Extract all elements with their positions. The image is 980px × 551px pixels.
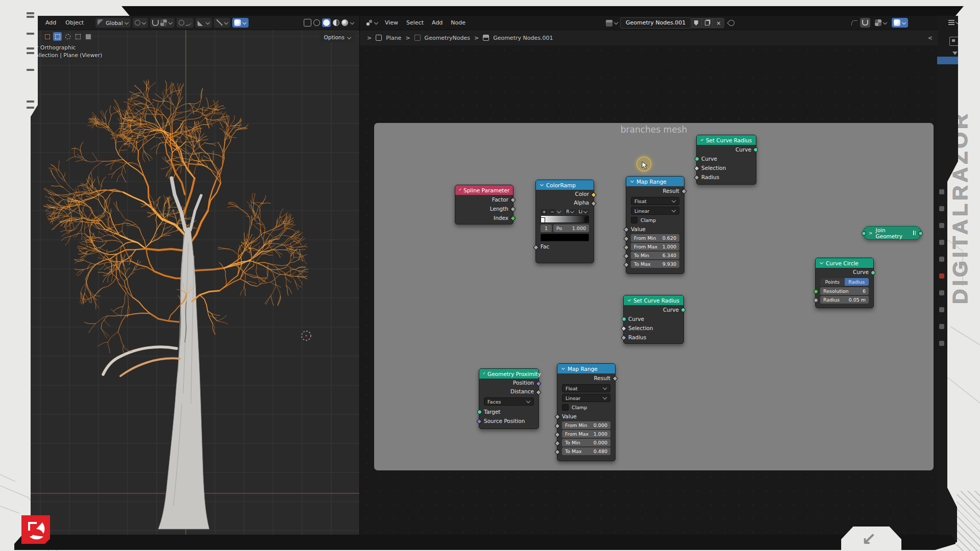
interpolation-dropdown[interactable]: Li bbox=[577, 209, 589, 214]
socket-curve-in[interactable] bbox=[622, 317, 626, 321]
snap-target-dropdown[interactable] bbox=[133, 18, 148, 28]
clamp-checkbox[interactable]: Clamp bbox=[631, 216, 679, 223]
visibility-dropdown[interactable] bbox=[195, 18, 212, 28]
properties-tab-icon[interactable] bbox=[939, 307, 944, 312]
properties-tab-icon[interactable] bbox=[939, 341, 944, 346]
from-max-field[interactable]: From Max1.000 bbox=[562, 430, 610, 438]
node-curve-circle[interactable]: Curve Circle Curve Points Radius Resolut… bbox=[815, 258, 874, 308]
geometry-node-editor[interactable]: branches mesh bbox=[359, 16, 938, 542]
properties-tab-icon[interactable] bbox=[939, 206, 944, 211]
node-map-range[interactable]: Map Range Result Float Linear Clamp Valu… bbox=[626, 176, 684, 274]
pin-icon[interactable] bbox=[727, 19, 736, 28]
data-type-dropdown[interactable]: Float bbox=[562, 384, 610, 392]
socket-geometry-out[interactable] bbox=[918, 231, 923, 236]
clamp-checkbox[interactable]: Clamp bbox=[562, 404, 610, 411]
menu-select[interactable]: Select bbox=[403, 19, 427, 26]
node-set-curve-radius[interactable]: Set Curve Radius Curve Curve Selection R… bbox=[623, 295, 684, 344]
breadcrumb-item-tree[interactable]: Geometry Nodes.001 bbox=[493, 35, 553, 41]
new-copy-button[interactable] bbox=[702, 18, 713, 28]
ramp-stop-white[interactable] bbox=[541, 217, 545, 223]
menu-view[interactable]: View bbox=[381, 19, 402, 26]
remove-stop-button[interactable]: − bbox=[549, 209, 556, 214]
snap-toggle-group[interactable] bbox=[150, 18, 175, 28]
properties-tab-material-icon[interactable] bbox=[939, 273, 944, 279]
node-header[interactable]: Map Range bbox=[557, 364, 615, 373]
interpolation-dropdown[interactable]: Linear bbox=[631, 207, 679, 215]
options-button[interactable]: Options bbox=[320, 33, 355, 42]
socket-curve-out[interactable] bbox=[871, 270, 875, 275]
to-min-field[interactable]: To Min6.340 bbox=[631, 252, 679, 259]
undo-arrow-icon[interactable] bbox=[851, 20, 857, 26]
shading-wireframe-icon[interactable] bbox=[313, 19, 320, 26]
properties-tab-icon[interactable] bbox=[939, 257, 944, 262]
overlays-dropdown[interactable] bbox=[232, 18, 249, 28]
select-circle-button[interactable] bbox=[63, 32, 72, 41]
menu-object[interactable]: Object bbox=[62, 19, 87, 26]
stop-color-swatch[interactable] bbox=[541, 234, 589, 241]
ramp-specials-menu[interactable] bbox=[557, 209, 561, 213]
points-mode-button[interactable]: Points bbox=[820, 278, 845, 286]
to-min-field[interactable]: To Min0.000 bbox=[562, 439, 610, 446]
node-header[interactable]: Set Curve Radius bbox=[697, 135, 756, 145]
radius-field[interactable]: Radius0.05 m bbox=[820, 296, 869, 304]
properties-tab-icon[interactable] bbox=[939, 324, 944, 329]
socket-target[interactable] bbox=[477, 410, 482, 414]
socket-curve-out[interactable] bbox=[681, 308, 685, 312]
color-mode-dropdown[interactable]: R bbox=[565, 209, 576, 214]
node-set-curve-radius[interactable]: Set Curve Radius Curve Curve Selection R… bbox=[696, 135, 756, 185]
shading-rendered-icon[interactable] bbox=[341, 19, 348, 26]
tree-browse-dropdown[interactable] bbox=[604, 18, 620, 28]
shading-solid-active[interactable] bbox=[322, 18, 331, 27]
select-box-button[interactable] bbox=[53, 32, 62, 41]
editor-type-dropdown[interactable] bbox=[364, 18, 380, 28]
gizmo-dropdown[interactable] bbox=[214, 18, 230, 28]
snap-magnet-button[interactable] bbox=[860, 18, 870, 28]
overlay-toggle-dropdown[interactable] bbox=[892, 18, 908, 28]
from-max-field[interactable]: From Max1.000 bbox=[631, 243, 679, 251]
node-header[interactable]: Set Curve Radius bbox=[624, 295, 683, 305]
shading-material-icon[interactable] bbox=[333, 19, 339, 26]
outliner-type-dropdown[interactable] bbox=[948, 20, 960, 25]
stop-index-field[interactable]: 1 bbox=[541, 224, 552, 232]
viewport-3d[interactable]: Add Object Global bbox=[31, 16, 359, 542]
socket-curve-out[interactable] bbox=[753, 147, 758, 152]
filter-triangle-icon[interactable] bbox=[952, 52, 958, 55]
menu-add[interactable]: Add bbox=[428, 19, 446, 26]
node-geometry-proximity[interactable]: Geometry Proximity Position Distance Fac… bbox=[479, 368, 539, 429]
socket-geometry-in[interactable] bbox=[862, 231, 866, 236]
menu-node[interactable]: Node bbox=[447, 19, 469, 26]
properties-tab-icon[interactable] bbox=[939, 240, 944, 245]
selected-row-highlight[interactable] bbox=[937, 57, 958, 64]
node-join-geometry[interactable]: > Join Geometry bbox=[863, 226, 921, 240]
tweak-tool-button[interactable] bbox=[43, 32, 52, 41]
from-min-field[interactable]: From Min0.000 bbox=[562, 421, 610, 429]
region-collapse-arrow[interactable]: < bbox=[928, 35, 933, 41]
node-header[interactable]: ColorRamp bbox=[536, 180, 594, 190]
snap-mode-dropdown[interactable] bbox=[873, 18, 889, 28]
resolution-field[interactable]: Resolution6 bbox=[820, 287, 869, 295]
to-max-field[interactable]: To Max0.480 bbox=[562, 447, 610, 455]
node-colorramp[interactable]: ColorRamp Color Alpha + − R Li 1 Po1.000… bbox=[535, 180, 594, 263]
unlink-button[interactable]: × bbox=[713, 18, 724, 28]
properties-tab-icon[interactable] bbox=[939, 290, 944, 295]
node-header[interactable]: Spline Parameter bbox=[455, 185, 513, 195]
color-ramp-gradient[interactable] bbox=[541, 215, 589, 223]
select-paint-button[interactable] bbox=[84, 32, 92, 41]
node-header[interactable]: Curve Circle bbox=[816, 258, 873, 268]
ramp-stop-black[interactable] bbox=[584, 217, 589, 223]
radius-mode-button[interactable]: Radius bbox=[845, 278, 869, 286]
socket-curve-in[interactable] bbox=[695, 157, 699, 161]
fake-user-shield-button[interactable] bbox=[691, 18, 702, 28]
node-map-range[interactable]: Map Range Result Float Linear Clamp Valu… bbox=[557, 363, 616, 461]
node-spline-parameter[interactable]: Spline Parameter Factor Length Index bbox=[455, 185, 513, 224]
from-min-field[interactable]: From Min0.620 bbox=[631, 234, 679, 242]
viewport-canvas[interactable] bbox=[31, 16, 359, 542]
breadcrumb-item-geometrynodes[interactable]: GeometryNodes bbox=[425, 35, 470, 41]
proportional-edit-group[interactable] bbox=[177, 18, 193, 28]
expand-chevron[interactable]: > bbox=[869, 231, 873, 236]
target-element-dropdown[interactable]: Faces bbox=[484, 397, 534, 406]
socket-resolution[interactable] bbox=[814, 289, 818, 294]
properties-tab-icon[interactable] bbox=[939, 223, 944, 228]
stop-position-field[interactable]: Po1.000 bbox=[553, 224, 589, 232]
node-header[interactable]: Geometry Proximity bbox=[479, 369, 538, 379]
